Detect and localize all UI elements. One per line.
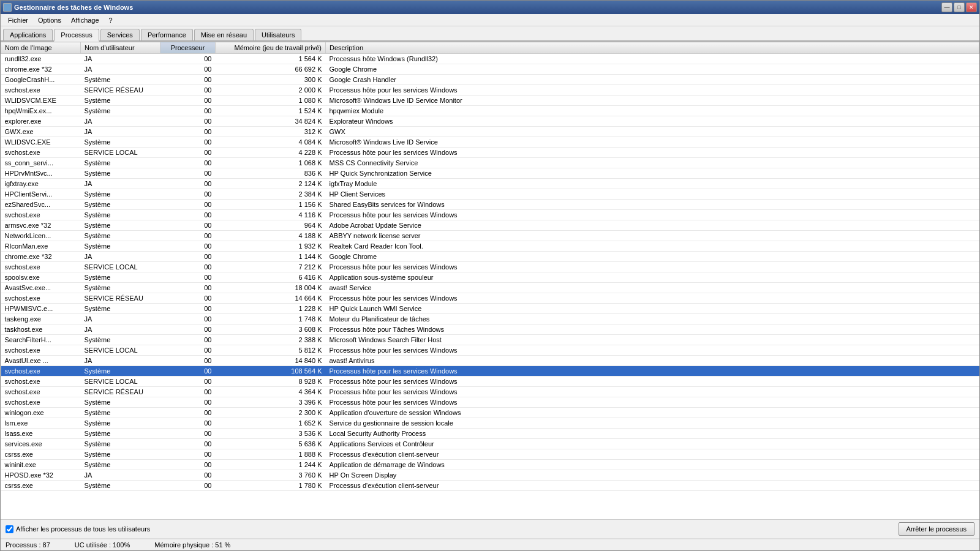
status-bar: Processus : 87 UC utilisée : 100% Mémoir… xyxy=(1,538,979,550)
table-row[interactable]: taskeng.exeJA001 748 KMoteur du Planific… xyxy=(1,314,979,324)
minimize-button[interactable]: — xyxy=(941,2,952,12)
table-row[interactable]: HPClientServi...Système002 384 KHP Clien… xyxy=(1,189,979,200)
col-header-cpu[interactable]: Processeur xyxy=(160,42,216,54)
tab-services[interactable]: Services xyxy=(100,29,140,40)
end-process-button[interactable]: Arrêter le processus xyxy=(899,522,974,536)
checkbox-area: Afficher les processus de tous les utili… xyxy=(6,525,150,533)
process-table: Nom de l'Image Nom d'utilisateur Process… xyxy=(1,42,979,491)
show-all-users-checkbox[interactable] xyxy=(6,525,13,533)
table-row[interactable]: winlogon.exeSystème002 300 KApplication … xyxy=(1,408,979,418)
table-row[interactable]: NetworkLicen...Système004 188 KABBYY net… xyxy=(1,231,979,241)
table-row[interactable]: svchost.exeSystème00108 564 KProcessus h… xyxy=(1,366,979,377)
bottom-bar: Afficher les processus de tous les utili… xyxy=(1,519,979,538)
table-row[interactable]: RIconMan.exeSystème001 932 KRealtek Card… xyxy=(1,241,979,252)
status-memory: Mémoire physique : 51 % xyxy=(154,541,230,549)
table-row[interactable]: SearchFilterH...Système002 388 KMicrosof… xyxy=(1,335,979,345)
table-row[interactable]: rundll32.exeJA001 564 KProcessus hôte Wi… xyxy=(1,54,979,64)
table-row[interactable]: armsvc.exe *32Système00964 KAdobe Acroba… xyxy=(1,220,979,231)
table-row[interactable]: svchost.exeSystème004 116 KProcessus hôt… xyxy=(1,210,979,220)
table-row[interactable]: svchost.exeSERVICE RÉSEAU002 000 KProces… xyxy=(1,85,979,96)
table-row[interactable]: svchost.exeSERVICE LOCAL005 812 KProcess… xyxy=(1,345,979,356)
table-row[interactable]: HPDrvMntSvc...Système00836 KHP Quick Syn… xyxy=(1,168,979,179)
table-row[interactable]: chrome.exe *32JA0066 692 KGoogle Chrome xyxy=(1,64,979,75)
table-row[interactable]: igfxtray.exeJA002 124 KigfxTray Module xyxy=(1,179,979,189)
table-row[interactable]: spoolsv.exeSystème006 416 KApplication s… xyxy=(1,272,979,283)
content-area: Nom de l'Image Nom d'utilisateur Process… xyxy=(1,42,979,538)
process-table-body: rundll32.exeJA001 564 KProcessus hôte Wi… xyxy=(1,54,979,491)
tab-utilisateurs[interactable]: Utilisateurs xyxy=(255,29,301,40)
tab-performance[interactable]: Performance xyxy=(141,29,193,40)
close-button[interactable]: ✕ xyxy=(966,2,977,12)
tab-applications[interactable]: Applications xyxy=(3,29,53,40)
table-row[interactable]: WLIDSVC.EXESystème004 084 KMicrosoft® Wi… xyxy=(1,137,979,148)
table-row[interactable]: svchost.exeSERVICE RÉSEAU004 364 KProces… xyxy=(1,387,979,397)
col-header-desc[interactable]: Description xyxy=(326,42,979,54)
app-icon xyxy=(3,3,12,12)
main-window: Gestionnaire des tâches de Windows — □ ✕… xyxy=(0,0,980,551)
table-row[interactable]: HPOSD.exe *32JA003 760 KHP On Screen Dis… xyxy=(1,470,979,481)
table-row[interactable]: HPWMISVC.e...Système001 228 KHP Quick La… xyxy=(1,304,979,314)
tab-mise-en-reseau[interactable]: Mise en réseau xyxy=(194,29,254,40)
table-row[interactable]: svchost.exeSERVICE LOCAL008 928 KProcess… xyxy=(1,377,979,387)
menu-help[interactable]: ? xyxy=(104,15,118,25)
table-row[interactable]: chrome.exe *32JA001 144 KGoogle Chrome xyxy=(1,252,979,262)
table-row[interactable]: GWX.exeJA00312 KGWX xyxy=(1,127,979,137)
col-header-mem[interactable]: Mémoire (jeu de travail privé) xyxy=(216,42,326,54)
col-header-name[interactable]: Nom de l'Image xyxy=(1,42,81,54)
table-row[interactable]: explorer.exeJA0034 824 KExplorateur Wind… xyxy=(1,116,979,127)
menu-fichier[interactable]: Fichier xyxy=(3,15,33,25)
table-row[interactable]: ss_conn_servi...Système001 068 KMSS CS C… xyxy=(1,158,979,168)
table-row[interactable]: ezSharedSvc...Système001 156 KShared Eas… xyxy=(1,200,979,210)
table-row[interactable]: hpqWmiEx.ex...Système001 524 Khpqwmiex M… xyxy=(1,106,979,116)
table-row[interactable]: svchost.exeSystème003 396 KProcessus hôt… xyxy=(1,397,979,408)
table-row[interactable]: taskhost.exeJA003 608 KProcessus hôte po… xyxy=(1,324,979,335)
table-row[interactable]: svchost.exeSERVICE LOCAL004 228 KProcess… xyxy=(1,148,979,158)
table-row[interactable]: services.exeSystème005 636 KApplications… xyxy=(1,439,979,449)
table-row[interactable]: csrss.exeSystème001 780 KProcessus d'exé… xyxy=(1,481,979,491)
table-row[interactable]: AvastUI.exe ...JA0014 840 Kavast! Antivi… xyxy=(1,356,979,366)
window-title: Gestionnaire des tâches de Windows xyxy=(14,4,133,11)
tab-processus[interactable]: Processus xyxy=(54,29,99,42)
tabs-bar: Applications Processus Services Performa… xyxy=(1,26,979,42)
menu-bar: Fichier Options Affichage ? xyxy=(1,14,979,26)
table-row[interactable]: AvastSvc.exe...Système0018 004 Kavast! S… xyxy=(1,283,979,293)
table-row[interactable]: lsass.exeSystème003 536 KLocal Security … xyxy=(1,429,979,439)
menu-affichage[interactable]: Affichage xyxy=(66,15,104,25)
table-row[interactable]: lsm.exeSystème001 652 KService du gestio… xyxy=(1,418,979,429)
title-bar: Gestionnaire des tâches de Windows — □ ✕ xyxy=(1,1,979,14)
show-all-users-label[interactable]: Afficher les processus de tous les utili… xyxy=(16,525,150,533)
table-row[interactable]: wininit.exeSystème001 244 KApplication d… xyxy=(1,460,979,470)
menu-options[interactable]: Options xyxy=(33,15,66,25)
table-header-row: Nom de l'Image Nom d'utilisateur Process… xyxy=(1,42,979,54)
table-row[interactable]: svchost.exeSERVICE LOCAL007 212 KProcess… xyxy=(1,262,979,272)
scroll-wrapper[interactable]: Nom de l'Image Nom d'utilisateur Process… xyxy=(1,42,979,519)
title-bar-controls: — □ ✕ xyxy=(941,2,977,12)
process-table-container: Nom de l'Image Nom d'utilisateur Process… xyxy=(1,42,979,519)
table-row[interactable]: csrss.exeSystème001 888 KProcessus d'exé… xyxy=(1,449,979,460)
status-cpu: UC utilisée : 100% xyxy=(75,541,130,549)
maximize-button[interactable]: □ xyxy=(954,2,965,12)
col-header-user[interactable]: Nom d'utilisateur xyxy=(81,42,160,54)
table-row[interactable]: GoogleCrashH...Système00300 KGoogle Cras… xyxy=(1,75,979,85)
table-row[interactable]: WLIDSVCM.EXESystème001 080 KMicrosoft® W… xyxy=(1,96,979,106)
table-row[interactable]: svchost.exeSERVICE RÉSEAU0014 664 KProce… xyxy=(1,293,979,304)
status-processes: Processus : 87 xyxy=(6,541,50,549)
